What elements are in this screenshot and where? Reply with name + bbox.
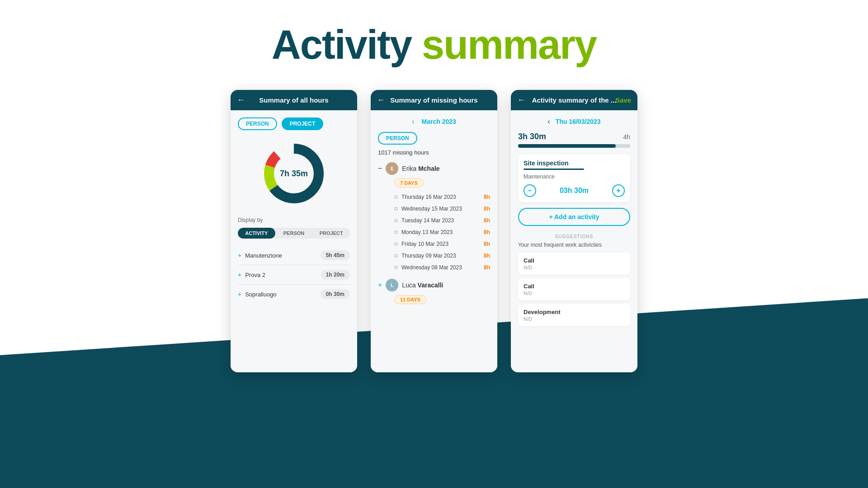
person-header-luca: + L Luca Varacalli — [378, 279, 490, 291]
person-filter-btn[interactable]: PERSON — [378, 132, 417, 145]
progress-section: 3h 30m 4h — [518, 132, 630, 148]
date-row: Friday 10 Mar 2023 8h — [378, 238, 490, 250]
activity-list: + Manutenzione 5h 45m + Prova 2 1h 20m +… — [238, 246, 350, 304]
card3-body: ‹ Thu 16/03/2023 3h 30m 4h Site inspecti… — [511, 110, 637, 372]
suggestions-section: SUGGESTIONS Your most frequent work acti… — [518, 232, 630, 326]
date-hours: 8h — [484, 217, 490, 224]
donut-container: 7h 35m — [238, 137, 350, 210]
date-display: Thu 16/03/2023 — [556, 118, 601, 125]
date-row: Thursday 09 Mar 2023 8h — [378, 250, 490, 262]
title-part2: summary — [422, 22, 596, 67]
suggestion-name: Call — [524, 257, 625, 264]
card3-header: ← Activity summary of the ... Save — [511, 90, 637, 110]
increment-btn[interactable]: + — [612, 184, 625, 197]
decrement-btn[interactable]: − — [524, 184, 536, 197]
person-section-erika: − E Erika Mchale 7 DAYS Thursday 16 Mar … — [378, 162, 490, 273]
card2-back-arrow[interactable]: ← — [377, 95, 385, 105]
card-activity-summary: ← Activity summary of the ... Save ‹ Thu… — [511, 90, 637, 372]
tab-person[interactable]: PERSON — [275, 228, 313, 239]
counter-value: 03h 30m — [560, 187, 589, 195]
suggestion-item[interactable]: Call N/D — [518, 253, 630, 275]
progress-current: 3h 30m — [518, 132, 546, 141]
suggestion-item[interactable]: Call N/D — [518, 278, 630, 300]
date-dot — [394, 207, 398, 211]
activity-card-title: Site inspection — [524, 160, 625, 167]
prev-month-chevron[interactable]: ‹ — [412, 117, 414, 126]
date-hours: 8h — [484, 229, 490, 235]
suggestion-item[interactable]: Development N/D — [518, 304, 630, 326]
person-header: − E Erika Mchale — [378, 162, 490, 175]
card2-header: ← Summary of missing hours — [371, 90, 497, 110]
plus-icon: + — [238, 291, 241, 298]
card-all-hours: ← Summary of all hours PERSON PROJECT — [231, 90, 357, 372]
card2-title: Summary of missing hours — [390, 96, 477, 104]
list-item: + Prova 2 1h 20m — [238, 265, 350, 285]
card1-header: ← Summary of all hours — [231, 90, 357, 110]
date-text: Thursday 16 Mar 2023 — [401, 194, 484, 200]
suggestion-name: Call — [524, 283, 625, 290]
date-row: Monday 13 Mar 2023 8h — [378, 226, 490, 238]
display-by-label: Display by — [238, 217, 350, 223]
list-item: + Sopralluogo 0h 30m — [238, 285, 350, 304]
date-dot — [394, 195, 398, 199]
progress-bar-fill — [518, 144, 616, 148]
avatar-luca: L — [386, 279, 398, 291]
date-text: Friday 10 Mar 2023 — [401, 241, 484, 247]
activity-tabs: ACTIVITY PERSON PROJECT — [238, 228, 350, 239]
month-nav: ‹ March 2023 — [378, 117, 490, 126]
expand-toggle[interactable]: + — [378, 281, 382, 289]
add-activity-button[interactable]: + Add an activity — [518, 208, 630, 226]
date-hours: 8h — [484, 194, 490, 200]
activity-name: Sopralluogo — [245, 291, 320, 298]
card1-back-arrow[interactable]: ← — [237, 95, 245, 105]
date-text: Thursday 09 Mar 2023 — [401, 253, 484, 259]
date-dot — [394, 266, 398, 269]
missing-hours-count: 1017 missing hours — [378, 149, 490, 156]
date-hours: 8h — [484, 206, 490, 212]
tab-project[interactable]: PROJECT — [312, 228, 350, 239]
tab-activity[interactable]: ACTIVITY — [238, 228, 275, 239]
collapse-toggle[interactable]: − — [378, 164, 382, 173]
date-hours: 8h — [484, 253, 490, 259]
card1-title: Summary of all hours — [259, 96, 328, 104]
date-text: Monday 13 Mar 2023 — [401, 229, 484, 235]
date-text: Wednesday 08 Mar 2023 — [401, 264, 484, 271]
save-button[interactable]: Save — [615, 96, 631, 104]
date-list-erika: Thursday 16 Mar 2023 8h Wednesday 15 Mar… — [378, 191, 490, 273]
date-text: Wednesday 15 Mar 2023 — [401, 206, 484, 212]
suggestion-name: Development — [524, 309, 625, 315]
date-row: Wednesday 15 Mar 2023 8h — [378, 203, 490, 215]
person-name-luca: Luca Varacalli — [402, 282, 443, 289]
date-nav: ‹ Thu 16/03/2023 — [518, 117, 630, 126]
card1-tab-person[interactable]: PERSON — [238, 117, 277, 130]
card1-tab-project[interactable]: PROJECT — [282, 117, 324, 130]
activity-counter: − 03h 30m + — [524, 184, 625, 197]
date-dot — [394, 242, 398, 246]
suggestion-nd: N/D — [524, 291, 625, 296]
plus-icon: + — [238, 271, 241, 278]
date-row: Wednesday 08 Mar 2023 8h — [378, 262, 490, 273]
date-row: Tuesday 14 Mar 2023 8h — [378, 215, 490, 226]
title-part1: Activity — [272, 22, 411, 67]
add-activity-label: + Add an activity — [549, 213, 599, 221]
main-title: Activity summary — [272, 23, 596, 67]
card1-tab-buttons: PERSON PROJECT — [238, 117, 350, 130]
person-name: Erika Mchale — [402, 165, 439, 172]
date-hours: 8h — [484, 241, 490, 247]
date-hours: 8h — [484, 264, 490, 271]
activity-time: 5h 45m — [321, 250, 350, 260]
card2-body: ‹ March 2023 PERSON 1017 missing hours −… — [371, 110, 497, 372]
prev-date-chevron[interactable]: ‹ — [548, 117, 550, 126]
activity-name: Manutenzione — [245, 252, 320, 259]
date-row: Thursday 16 Mar 2023 8h — [378, 191, 490, 203]
date-dot — [394, 219, 398, 222]
progress-bar-bg — [518, 144, 630, 148]
days-badge-luca: 11 DAYS — [394, 295, 426, 304]
card3-back-arrow[interactable]: ← — [517, 95, 525, 105]
donut-label: 7h 35m — [280, 169, 308, 178]
activity-time: 0h 30m — [321, 289, 350, 299]
activity-name: Prova 2 — [245, 272, 320, 278]
card3-title: Activity summary of the ... — [532, 96, 617, 104]
days-badge: 7 DAYS — [394, 178, 424, 188]
person-section-luca: + L Luca Varacalli 11 DAYS — [378, 279, 490, 308]
